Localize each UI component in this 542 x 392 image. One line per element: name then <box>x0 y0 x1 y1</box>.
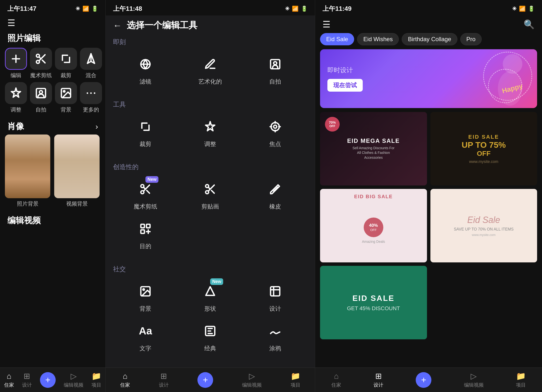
tag-eid-wishes[interactable]: Eid Wishes <box>357 33 399 45</box>
search-icon-3[interactable]: 🔍 <box>524 19 535 30</box>
menu-icon-3[interactable]: ☰ <box>323 19 330 30</box>
template-makeup[interactable]: Eid Sale SAVE UP TO 70% ON ALL ITEMS www… <box>430 189 537 262</box>
makeup-link: www.mysite.com <box>472 233 496 237</box>
nav-design-3[interactable]: ⊞ 设计 <box>374 371 383 388</box>
portrait-title: 肖像 <box>7 121 24 132</box>
tool-shape[interactable]: New 形状 <box>178 280 243 313</box>
svg-point-20 <box>274 125 277 128</box>
tool-filter[interactable]: 滤镜 <box>113 53 178 86</box>
tool-selector-title: 选择一个编辑工具 <box>127 19 197 31</box>
nav-home-1[interactable]: ⌂ 住家 <box>4 372 14 388</box>
tool-selfie[interactable]: 自拍 <box>30 82 52 113</box>
video-icon-3: ▷ <box>471 371 477 381</box>
tool-text[interactable]: Aa 文字 <box>113 320 178 352</box>
creative-row: New 魔术剪纸 剪贴画 橡皮 <box>113 178 308 210</box>
doodle-label: 涂鸦 <box>269 344 281 352</box>
immediate-tools-row: 滤镜 艺术化的 自拍 <box>113 53 308 86</box>
discount-pct: UP TO 75% <box>462 140 506 150</box>
tool-magic-scissors[interactable]: 魔术剪纸 <box>30 48 52 79</box>
svg-point-19 <box>274 62 277 65</box>
portrait-photo-bg[interactable]: 照片背景 <box>5 135 50 208</box>
promo-banner[interactable]: 即时设计 现在尝试 Happy <box>320 49 537 108</box>
tag-eid-sale[interactable]: Eid Sale <box>320 33 354 45</box>
svg-point-55 <box>503 54 522 74</box>
menu-icon[interactable]: ☰ <box>7 18 15 28</box>
classic-icon-wrap <box>199 320 221 342</box>
tool-doodle[interactable]: 涂鸦 <box>243 320 308 352</box>
big-sale-sub: Amazing Deals <box>362 240 385 244</box>
photo-editor-title: 照片编辑 <box>0 30 105 48</box>
template-big-sale[interactable]: EID BIG SALE 40% OFF Amazing Deals <box>320 189 427 262</box>
tool-blend[interactable]: 混合 <box>80 48 102 79</box>
purpose-icon <box>139 223 152 235</box>
tool-background[interactable]: 背景 <box>55 82 77 113</box>
tool-purpose[interactable]: 目的 <box>113 218 178 250</box>
promo-try-btn[interactable]: 现在尝试 <box>327 79 363 92</box>
crop-icon-2 <box>139 121 152 133</box>
tool-magic-cut[interactable]: New 魔术剪纸 <box>113 178 178 210</box>
tool-collage[interactable]: 剪贴画 <box>178 178 243 210</box>
tool-selfie-2[interactable]: 自拍 <box>243 53 308 86</box>
nav-add-btn-1[interactable]: + <box>40 372 56 388</box>
shape-label: 形状 <box>204 305 216 313</box>
template-eid-sale[interactable]: EID SALE UP TO 75% OFF www.mysite.com <box>430 112 537 185</box>
tool-classic[interactable]: 经典 <box>178 320 243 352</box>
tool-edit[interactable]: 编辑 <box>5 48 27 79</box>
nav-video-1[interactable]: ▷ 编辑视频 <box>64 371 83 388</box>
home-icon-2: ⌂ <box>123 372 127 381</box>
nav-project-1[interactable]: 📁 项目 <box>91 371 101 388</box>
empty-cell-1 <box>178 218 243 250</box>
tool-artistic[interactable]: 艺术化的 <box>178 53 243 86</box>
makeup-save-text: SAVE UP TO 70% ON ALL ITEMS <box>454 227 514 232</box>
nav-design-2[interactable]: ⊞ 设计 <box>159 371 169 388</box>
tool-adjust-2[interactable]: 调整 <box>178 116 243 148</box>
signal-icon-2: 📶 <box>292 6 298 12</box>
tool-focus[interactable]: 焦点 <box>243 116 308 148</box>
nav-project-2[interactable]: 📁 项目 <box>291 371 300 388</box>
off-pct-1: 70% <box>329 121 336 124</box>
design-icon <box>269 285 281 297</box>
magic-scissors-icon <box>139 183 152 195</box>
portrait-arrow-icon[interactable]: › <box>95 122 98 131</box>
nav-add-btn-2[interactable]: + <box>197 372 213 388</box>
text-row: Aa 文字 经典 涂鸦 <box>113 320 308 352</box>
svg-point-21 <box>271 122 279 131</box>
text-icon: Aa <box>139 325 152 337</box>
tool-adjust[interactable]: 调整 <box>5 82 27 113</box>
blend-box <box>80 48 102 70</box>
svg-line-34 <box>212 190 215 193</box>
crop-icon-wrap <box>134 116 156 138</box>
nav-project-3[interactable]: 📁 项目 <box>516 371 526 388</box>
promo-text: 即时设计 现在尝试 <box>320 61 370 97</box>
text-label: 文字 <box>140 344 151 352</box>
design-icon-wrap <box>264 280 286 302</box>
bottom-nav-2: ⌂ 住家 ⊞ 设计 + ▷ 编辑视频 📁 项目 <box>106 368 315 392</box>
tool-bg[interactable]: 背景 <box>113 280 178 313</box>
section-immediate-title: 即刻 <box>113 38 308 48</box>
svg-marker-43 <box>206 287 215 295</box>
template-hijab[interactable]: 70% OFF EID MEGA SALE Sell Amazing Disco… <box>320 112 427 185</box>
back-arrow-btn[interactable]: ← <box>113 20 122 31</box>
nav-design-1[interactable]: ⊞ 设计 <box>22 371 32 388</box>
portrait-img-2 <box>54 135 100 198</box>
portrait-caption-1: 照片背景 <box>5 200 50 208</box>
off-text-1: OFF <box>329 124 335 128</box>
nav-video-3[interactable]: ▷ 编辑视频 <box>464 371 484 388</box>
nav-video-2[interactable]: ▷ 编辑视频 <box>242 371 262 388</box>
tool-eraser[interactable]: 橡皮 <box>243 178 308 210</box>
nav-home-2[interactable]: ⌂ 住家 <box>120 372 130 388</box>
tools-grid: 编辑 魔术剪纸 裁剪 混合 调整 <box>0 48 105 118</box>
portrait-video-bg[interactable]: 视频背景 <box>54 135 100 208</box>
nav-add-btn-3[interactable]: + <box>416 372 431 388</box>
promo-decoration: Happy <box>464 49 537 108</box>
svg-line-35 <box>208 187 210 189</box>
nav-home-3[interactable]: ⌂ 住家 <box>331 372 341 388</box>
template-green-sale[interactable]: EID SALE GET 45% DISCOUNT <box>320 266 427 339</box>
tool-crop[interactable]: 裁剪 <box>55 48 77 79</box>
tool-design[interactable]: 设计 <box>243 280 308 313</box>
tool-more[interactable]: 更多的 <box>80 82 102 113</box>
tag-birthday-collage[interactable]: Birthday Collage <box>402 33 457 45</box>
adjust-icon <box>204 121 216 133</box>
tool-crop-2[interactable]: 裁剪 <box>113 116 178 148</box>
tag-pro[interactable]: Pro <box>460 33 482 45</box>
